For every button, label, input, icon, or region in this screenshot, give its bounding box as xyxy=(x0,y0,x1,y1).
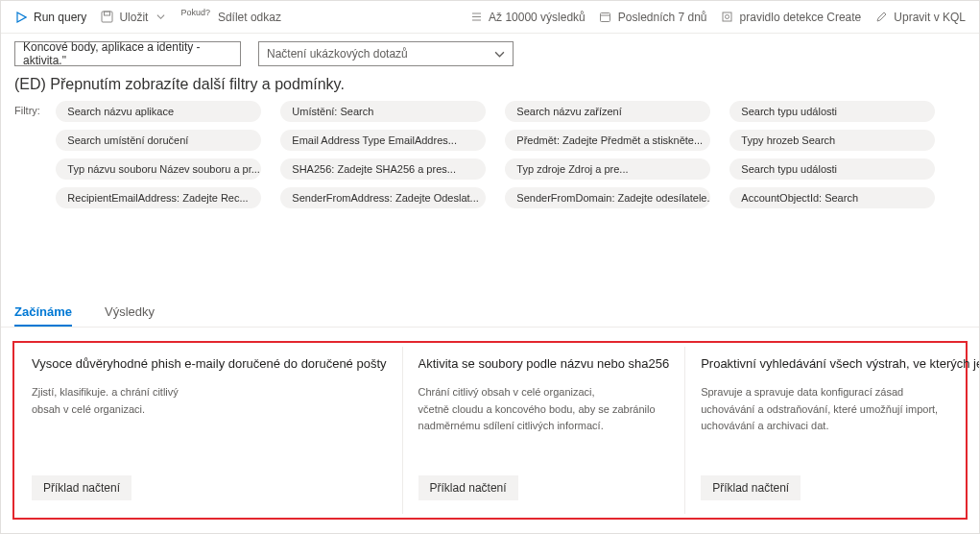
filter-pill[interactable]: RecipientEmailAddress: Zadejte Rec... xyxy=(56,187,261,208)
share-label: Sdílet odkaz xyxy=(218,11,281,24)
load-example-button[interactable]: Příklad načtení xyxy=(418,475,518,500)
list-icon xyxy=(469,11,483,24)
save-button[interactable]: Uložit xyxy=(100,11,167,24)
sample-cards-highlight: Vysoce důvěryhodné phish e-maily doručen… xyxy=(12,341,968,520)
query-input-text: Koncové body, aplikace a identity - akti… xyxy=(23,40,232,67)
play-icon xyxy=(14,11,28,24)
card-description: Zjistí, klasifikuje. a chrání citlivýobs… xyxy=(32,384,387,418)
sample-card: Vysoce důvěryhodné phish e-maily doručen… xyxy=(16,347,402,514)
filter-pill[interactable]: SenderFromAddress: Zadejte Odeslat... xyxy=(280,187,486,208)
sample-queries-dropdown[interactable]: Načtení ukázkových dotazů xyxy=(258,41,514,66)
save-label: Uložit xyxy=(119,11,148,24)
time-range-button[interactable]: Posledních 7 dnů xyxy=(599,11,707,24)
edit-in-kql-button[interactable]: Upravit v KQL xyxy=(874,11,966,24)
filters-grid: Search názvu aplikace Umístění: Search S… xyxy=(56,101,935,208)
filter-pill[interactable]: AccountObjectId: Search xyxy=(729,187,935,208)
filter-pill[interactable]: SenderFromDomain: Zadejte odesílatele. xyxy=(505,187,710,208)
card-title: Aktivita se soubory podle názvu nebo sha… xyxy=(418,356,670,371)
card-description: Spravuje a spravuje data konfigurací zás… xyxy=(701,384,980,435)
card-title: Proaktivní vyhledávání všech výstrah, ve… xyxy=(701,356,980,371)
filter-pill[interactable]: Search typu události xyxy=(729,158,935,180)
sample-queries-label: Načtení ukázkových dotazů xyxy=(267,47,408,61)
create-detection-rule-button[interactable]: pravidlo detekce Create xyxy=(721,11,862,24)
filter-pill[interactable]: Předmět: Zadejte Předmět a stiskněte... xyxy=(505,130,710,151)
filter-pill[interactable]: Umístění: Search xyxy=(280,101,486,122)
svg-point-8 xyxy=(726,15,729,19)
tab-results[interactable]: Výsledky xyxy=(105,304,155,327)
filter-pill[interactable]: Typ zdroje Zdroj a pre... xyxy=(505,158,710,180)
chevron-down-icon xyxy=(154,11,167,24)
filter-pill[interactable]: Search názvu zařízení xyxy=(505,101,710,122)
run-query-label: Run query xyxy=(34,11,86,24)
filters-section: Filtry: Search názvu aplikace Umístění: … xyxy=(1,97,979,216)
time-range-label: Posledních 7 dnů xyxy=(618,11,707,24)
filter-toggle-hint: (ED) Přepnutím zobrazíte další filtry a … xyxy=(1,70,979,97)
svg-rect-1 xyxy=(104,12,109,15)
query-row: Koncové body, aplikace a identity - akti… xyxy=(1,34,979,70)
load-example-button[interactable]: Příklad načtení xyxy=(32,475,131,500)
save-icon xyxy=(100,11,113,24)
card-description: Chrání citlivý obsah v celé organizaci,v… xyxy=(418,384,670,435)
tab-getting-started[interactable]: Začínáme xyxy=(14,304,72,327)
svg-rect-0 xyxy=(102,12,112,22)
load-example-button[interactable]: Příklad načtení xyxy=(701,475,801,500)
svg-rect-5 xyxy=(601,13,610,22)
detection-icon xyxy=(721,11,734,24)
filter-pill[interactable]: Typ názvu souboru Název souboru a pr... xyxy=(56,158,261,180)
filter-pill[interactable]: Email Address Type EmailAddres... xyxy=(280,130,486,151)
filter-pill[interactable]: Search názvu aplikace xyxy=(56,101,261,122)
filter-pill[interactable]: Search typu události xyxy=(729,101,935,122)
tabs: Začínáme Výsledky xyxy=(1,297,979,328)
svg-rect-7 xyxy=(723,12,731,21)
run-query-button[interactable]: Run query xyxy=(14,11,86,24)
share-link-button[interactable]: Pokud? Sdílet odkaz xyxy=(180,11,281,24)
filter-pill[interactable]: Typy hrozeb Search xyxy=(729,130,935,151)
card-title: Vysoce důvěryhodné phish e-maily doručen… xyxy=(32,356,387,371)
query-input[interactable]: Koncové body, aplikace a identity - akti… xyxy=(14,41,241,66)
top-toolbar: Run query Uložit Pokud? Sdílet odkaz Až … xyxy=(1,1,979,34)
results-limit-label: Až 10000 výsledků xyxy=(489,11,586,24)
filter-pill[interactable]: Search umístění doručení xyxy=(56,130,261,151)
sample-card: Aktivita se soubory podle názvu nebo sha… xyxy=(402,347,685,514)
sample-cards: Vysoce důvěryhodné phish e-maily doručen… xyxy=(16,347,964,514)
detection-rule-label: pravidlo detekce Create xyxy=(740,11,862,24)
share-sup: Pokud? xyxy=(180,8,210,17)
calendar-icon xyxy=(599,11,612,24)
chevron-down-icon xyxy=(494,49,505,60)
filter-pill[interactable]: SHA256: Zadejte SHA256 a pres... xyxy=(280,158,486,180)
filters-label: Filtry: xyxy=(14,101,53,116)
edit-icon xyxy=(874,11,888,24)
results-limit-button[interactable]: Až 10000 výsledků xyxy=(469,11,586,24)
sample-card: Proaktivní vyhledávání všech výstrah, ve… xyxy=(684,347,980,514)
edit-kql-label: Upravit v KQL xyxy=(894,11,966,24)
